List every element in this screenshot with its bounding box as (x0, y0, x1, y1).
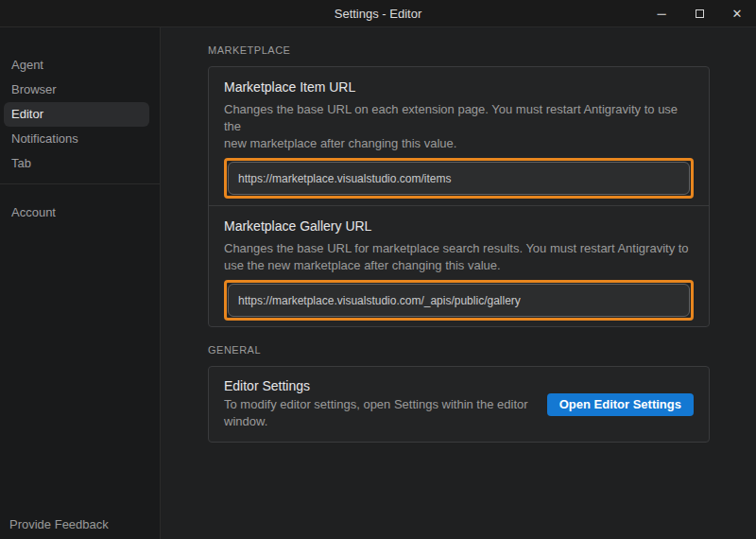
sidebar-item-account[interactable]: Account (4, 200, 149, 225)
setting-description: Changes the base URL on each extension p… (224, 101, 694, 152)
app-body: Agent Browser Editor Notifications Tab A… (0, 27, 756, 539)
minimize-button[interactable]: ─ (643, 0, 680, 26)
description-line: Changes the base URL for marketplace sea… (224, 240, 694, 257)
provide-feedback-link[interactable]: Provide Feedback (0, 517, 160, 539)
sidebar-item-notifications[interactable]: Notifications (4, 127, 149, 151)
section-label-general: GENERAL (208, 344, 710, 356)
sidebar-item-browser[interactable]: Browser (4, 78, 149, 102)
close-button[interactable]: ✕ (718, 0, 756, 26)
titlebar: Settings - Editor ─ ✕ (0, 0, 756, 27)
annotation-highlight-box (224, 280, 694, 321)
settings-content: MARKETPLACE Marketplace Item URL Changes… (161, 27, 756, 539)
setting-editor-settings: Editor Settings To modify editor setting… (209, 367, 709, 442)
description-line: window. (224, 413, 528, 430)
marketplace-gallery-url-input[interactable] (228, 284, 690, 317)
sidebar: Agent Browser Editor Notifications Tab A… (0, 27, 161, 539)
window-controls: ─ ✕ (643, 0, 756, 26)
maximize-button[interactable] (680, 0, 718, 26)
setting-title: Editor Settings (224, 378, 528, 393)
minimize-icon: ─ (657, 8, 665, 20)
maximize-icon (696, 9, 704, 18)
close-icon: ✕ (732, 8, 743, 20)
sidebar-item-tab[interactable]: Tab (4, 151, 149, 176)
sidebar-item-editor[interactable]: Editor (4, 102, 149, 127)
open-editor-settings-button[interactable]: Open Editor Settings (547, 393, 694, 416)
description-line: To modify editor settings, open Settings… (224, 396, 528, 413)
setting-description: To modify editor settings, open Settings… (224, 396, 528, 430)
setting-title: Marketplace Item URL (224, 79, 694, 95)
marketplace-item-url-input[interactable] (228, 162, 690, 195)
description-line: Changes the base URL on each extension p… (224, 101, 694, 135)
description-line: use the new marketplace after changing t… (224, 257, 694, 274)
section-label-marketplace: MARKETPLACE (208, 44, 710, 56)
setting-title: Marketplace Gallery URL (224, 218, 694, 234)
general-card: Editor Settings To modify editor setting… (208, 366, 710, 443)
description-line: new marketplace after changing this valu… (224, 135, 694, 152)
marketplace-card: Marketplace Item URL Changes the base UR… (208, 66, 710, 327)
setting-text: Editor Settings To modify editor setting… (224, 378, 528, 430)
sidebar-divider (0, 183, 160, 184)
annotation-highlight-box (224, 158, 694, 199)
setting-marketplace-gallery-url: Marketplace Gallery URL Changes the base… (209, 206, 709, 326)
setting-description: Changes the base URL for marketplace sea… (224, 240, 694, 274)
sidebar-item-agent[interactable]: Agent (4, 53, 149, 78)
settings-window: Settings - Editor ─ ✕ Agent Browser Edit… (0, 0, 756, 539)
setting-marketplace-item-url: Marketplace Item URL Changes the base UR… (209, 67, 709, 205)
